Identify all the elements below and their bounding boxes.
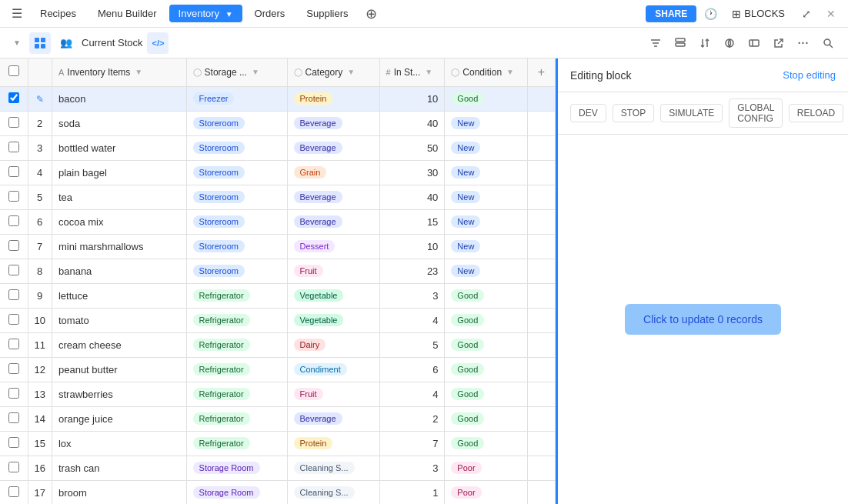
row-storage[interactable]: Refrigerator	[186, 283, 287, 308]
nav-tab-orders[interactable]: Orders	[245, 5, 295, 22]
row-storage[interactable]: Storeroom	[186, 209, 287, 234]
row-condition[interactable]: Good	[445, 86, 528, 111]
row-item-name[interactable]: tea	[52, 185, 186, 209]
filter-btn[interactable]	[645, 32, 666, 54]
row-condition[interactable]: New	[445, 259, 528, 283]
row-storage[interactable]: Storeroom	[186, 259, 287, 283]
row-checkbox[interactable]	[8, 412, 19, 423]
row-category[interactable]: Dessert	[287, 234, 379, 259]
row-item-name[interactable]: plain bagel	[52, 160, 186, 185]
row-item-name[interactable]: broom	[52, 480, 186, 504]
row-checkbox[interactable]	[8, 486, 19, 497]
hide-fields-btn[interactable]	[743, 32, 765, 54]
people-icon[interactable]: 👥	[55, 32, 77, 54]
row-category[interactable]: Cleaning S...	[287, 456, 379, 480]
row-condition[interactable]: Good	[445, 382, 528, 406]
row-checkbox[interactable]	[8, 191, 19, 202]
expand-icon[interactable]: ⤢	[796, 3, 817, 25]
row-storage[interactable]: Refrigerator	[186, 332, 287, 357]
row-category[interactable]: Beverage	[287, 406, 379, 431]
row-condition[interactable]: Poor	[445, 456, 528, 480]
row-checkbox[interactable]	[8, 117, 19, 128]
history-icon[interactable]: 🕐	[699, 3, 721, 25]
row-checkbox[interactable]	[8, 388, 19, 399]
row-condition[interactable]: Good	[445, 332, 528, 357]
code-view-btn[interactable]: </>	[147, 32, 169, 54]
close-icon[interactable]: ✕	[820, 3, 842, 25]
global-config-button[interactable]: GLOBAL CONFIG	[729, 98, 783, 128]
row-storage[interactable]: Refrigerator	[186, 431, 287, 456]
header-add-col[interactable]: +	[528, 58, 556, 86]
sort-btn[interactable]	[694, 32, 716, 54]
header-category[interactable]: ◯ Category ▼	[287, 58, 379, 86]
header-storage[interactable]: ◯ Storage ... ▼	[186, 58, 287, 86]
row-category[interactable]: Fruit	[287, 382, 379, 406]
row-condition[interactable]: New	[445, 209, 528, 234]
row-category[interactable]: Dairy	[287, 332, 379, 357]
row-checkbox[interactable]	[8, 363, 19, 374]
more-options-btn[interactable]: ···	[793, 32, 814, 54]
row-item-name[interactable]: tomato	[52, 308, 186, 332]
row-item-name[interactable]: mini marshmallows	[52, 234, 186, 259]
row-checkbox[interactable]	[8, 437, 19, 448]
row-item-name[interactable]: bacon	[52, 86, 186, 111]
hamburger-menu[interactable]: ☰	[6, 3, 28, 25]
row-condition[interactable]: New	[445, 160, 528, 185]
header-stock[interactable]: # In St... ▼	[379, 58, 445, 86]
nav-tab-menu-builder[interactable]: Menu Builder	[88, 5, 166, 22]
row-item-name[interactable]: peanut butter	[52, 357, 186, 382]
row-category[interactable]: Beverage	[287, 209, 379, 234]
add-tab-button[interactable]: ⊕	[361, 3, 382, 25]
view-dropdown-arrow[interactable]: ▼	[9, 35, 25, 51]
row-storage[interactable]: Storeroom	[186, 160, 287, 185]
row-checkbox[interactable]	[8, 92, 19, 103]
row-storage[interactable]: Refrigerator	[186, 357, 287, 382]
row-item-name[interactable]: cream cheese	[52, 332, 186, 357]
row-item-name[interactable]: lox	[52, 431, 186, 456]
row-checkbox[interactable]	[8, 215, 19, 226]
reload-button[interactable]: RELOAD	[789, 104, 843, 122]
row-storage[interactable]: Freezer	[186, 86, 287, 111]
nav-tab-recipes[interactable]: Recipes	[31, 5, 85, 22]
row-storage[interactable]: Storeroom	[186, 111, 287, 135]
row-condition[interactable]: Poor	[445, 480, 528, 504]
row-item-name[interactable]: lettuce	[52, 283, 186, 308]
nav-tab-inventory[interactable]: Inventory ▼	[169, 5, 242, 22]
row-storage[interactable]: Refrigerator	[186, 382, 287, 406]
row-category[interactable]: Fruit	[287, 259, 379, 283]
blocks-button[interactable]: ⊞ BLOCKS	[724, 5, 793, 23]
header-inventory-items[interactable]: A Inventory Items ▼	[52, 58, 186, 86]
row-condition[interactable]: Good	[445, 283, 528, 308]
row-condition[interactable]: New	[445, 185, 528, 209]
select-all-checkbox[interactable]	[8, 65, 19, 76]
row-condition[interactable]: New	[445, 135, 528, 160]
row-condition[interactable]: Good	[445, 406, 528, 431]
stop-editing-button[interactable]: Stop editing	[783, 69, 836, 81]
row-item-name[interactable]: strawberries	[52, 382, 186, 406]
row-category[interactable]: Beverage	[287, 185, 379, 209]
stop-button[interactable]: STOP	[613, 104, 654, 122]
row-checkbox[interactable]	[8, 462, 19, 472]
layout-btn[interactable]	[669, 32, 691, 54]
share-view-btn[interactable]	[768, 32, 790, 54]
row-category[interactable]: Vegetable	[287, 283, 379, 308]
row-item-name[interactable]: bottled water	[52, 135, 186, 160]
row-category[interactable]: Protein	[287, 86, 379, 111]
row-category[interactable]: Cleaning S...	[287, 480, 379, 504]
row-condition[interactable]: Good	[445, 431, 528, 456]
row-category[interactable]: Protein	[287, 431, 379, 456]
row-condition[interactable]: Good	[445, 357, 528, 382]
row-category[interactable]: Vegetable	[287, 308, 379, 332]
row-storage[interactable]: Storeroom	[186, 234, 287, 259]
row-checkbox[interactable]	[8, 265, 19, 275]
row-checkbox[interactable]	[8, 289, 19, 300]
row-category[interactable]: Beverage	[287, 135, 379, 160]
row-checkbox[interactable]	[8, 314, 19, 325]
row-item-name[interactable]: soda	[52, 111, 186, 135]
table-view-icon[interactable]	[29, 32, 51, 54]
row-item-name[interactable]: trash can	[52, 456, 186, 480]
row-checkbox[interactable]	[8, 339, 19, 349]
row-storage[interactable]: Storeroom	[186, 135, 287, 160]
row-condition[interactable]: New	[445, 111, 528, 135]
dev-button[interactable]: DEV	[570, 104, 606, 122]
